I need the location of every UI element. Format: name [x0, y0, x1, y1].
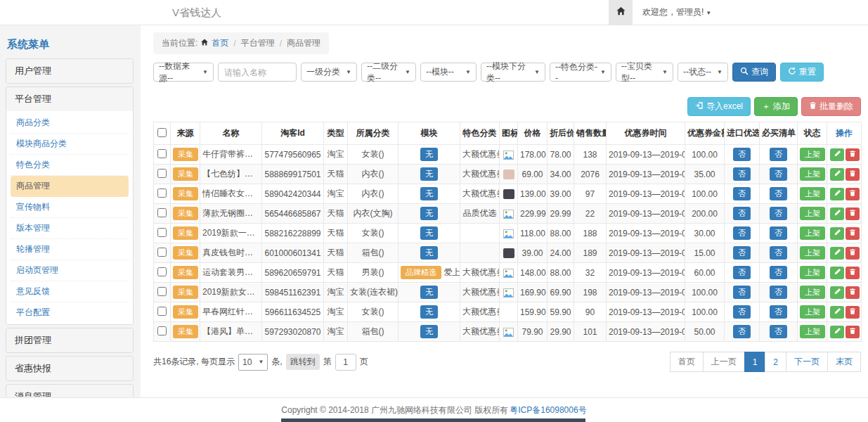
sidebar-item-module-goods-category[interactable]: 模块商品分类: [11, 134, 129, 155]
import-select-toggle[interactable]: 否: [733, 226, 751, 240]
sidebar-group-header-user[interactable]: 用户管理: [6, 59, 133, 83]
sidebar-group-header-platform[interactable]: 平台管理: [6, 87, 133, 111]
reset-button[interactable]: 重置: [780, 63, 824, 82]
edit-button[interactable]: [830, 267, 844, 279]
page-next[interactable]: 下一页: [786, 352, 828, 372]
level2-category-select[interactable]: --二级分类--▼: [361, 63, 416, 82]
status-button[interactable]: 上架: [800, 325, 825, 338]
row-checkbox[interactable]: [157, 287, 167, 296]
sidebar-group-header-group-buy[interactable]: 拼团管理: [6, 328, 133, 352]
feature-category-select[interactable]: --特色分类--▼: [550, 63, 611, 82]
status-select[interactable]: --状态--▼: [678, 63, 728, 82]
must-buy-toggle[interactable]: 否: [770, 325, 787, 338]
must-buy-toggle[interactable]: 否: [770, 286, 787, 299]
edit-button[interactable]: [830, 227, 844, 240]
must-buy-toggle[interactable]: 否: [770, 246, 787, 260]
add-button[interactable]: ＋ 添加: [754, 97, 798, 116]
delete-button[interactable]: [846, 188, 860, 200]
edit-button[interactable]: [830, 168, 844, 181]
status-button[interactable]: 上架: [800, 246, 825, 260]
import-select-toggle[interactable]: 否: [733, 266, 751, 279]
sidebar-item-goods-category[interactable]: 商品分类: [11, 113, 129, 134]
delete-button[interactable]: [846, 247, 860, 260]
import-select-toggle[interactable]: 否: [733, 148, 751, 161]
edit-button[interactable]: [830, 148, 844, 161]
sidebar-item-carousel[interactable]: 轮播管理: [11, 239, 129, 260]
data-source-select[interactable]: --数据来源--▼: [153, 63, 214, 82]
home-button[interactable]: [609, 0, 633, 25]
item-type-select[interactable]: --宝贝类型--▼: [616, 63, 673, 82]
delete-button[interactable]: [846, 148, 860, 161]
per-page-select[interactable]: 10 ▼: [238, 354, 268, 371]
module-select[interactable]: --模块--▼: [420, 63, 477, 82]
delete-button[interactable]: [846, 306, 860, 319]
status-button[interactable]: 上架: [800, 207, 825, 220]
name-input[interactable]: [218, 63, 297, 82]
edit-button[interactable]: [830, 326, 844, 338]
sidebar-item-feature-category[interactable]: 特色分类: [11, 155, 129, 176]
status-button[interactable]: 上架: [800, 148, 825, 161]
sidebar-group-header-message[interactable]: 消息管理: [6, 385, 133, 397]
must-buy-toggle[interactable]: 否: [770, 305, 787, 319]
sidebar-item-promo-material[interactable]: 宣传物料: [11, 197, 129, 218]
row-checkbox[interactable]: [157, 326, 167, 335]
batch-delete-button[interactable]: 批量删除: [801, 97, 861, 116]
delete-button[interactable]: [846, 168, 860, 181]
row-checkbox[interactable]: [157, 307, 167, 316]
status-button[interactable]: 上架: [800, 167, 825, 181]
search-button[interactable]: 查询: [732, 63, 776, 82]
must-buy-toggle[interactable]: 否: [770, 226, 787, 240]
page-last[interactable]: 末页: [827, 352, 861, 372]
import-select-toggle[interactable]: 否: [733, 325, 751, 338]
page-1[interactable]: 1: [744, 352, 766, 372]
import-select-toggle[interactable]: 否: [733, 167, 751, 181]
row-checkbox[interactable]: [157, 248, 167, 257]
status-button[interactable]: 上架: [800, 187, 825, 200]
edit-button[interactable]: [830, 306, 844, 319]
row-checkbox[interactable]: [157, 267, 167, 276]
sidebar-item-platform-config[interactable]: 平台配置: [11, 302, 129, 323]
status-button[interactable]: 上架: [800, 266, 825, 279]
page-prev[interactable]: 上一页: [703, 352, 745, 372]
level1-category-select[interactable]: 一级分类▼: [301, 63, 357, 82]
must-buy-toggle[interactable]: 否: [770, 187, 787, 200]
delete-button[interactable]: [846, 326, 860, 338]
row-checkbox[interactable]: [157, 149, 167, 158]
import-select-toggle[interactable]: 否: [733, 187, 751, 200]
import-select-toggle[interactable]: 否: [733, 246, 751, 260]
module-sub-select[interactable]: --模块下分类--▼: [481, 63, 545, 82]
status-button[interactable]: 上架: [800, 305, 825, 319]
breadcrumb-home-link[interactable]: 首页: [212, 37, 228, 49]
must-buy-toggle[interactable]: 否: [770, 207, 787, 220]
must-buy-toggle[interactable]: 否: [770, 266, 787, 279]
jump-button[interactable]: 跳转到: [286, 354, 320, 370]
delete-button[interactable]: [846, 267, 860, 279]
edit-button[interactable]: [830, 188, 844, 200]
sidebar-item-version[interactable]: 版本管理: [11, 218, 129, 239]
user-menu[interactable]: 欢迎您，管理员!▼: [633, 6, 721, 18]
edit-button[interactable]: [830, 207, 844, 220]
sidebar-item-goods-management[interactable]: 商品管理: [11, 176, 129, 197]
jump-page-input[interactable]: [335, 354, 356, 371]
row-checkbox[interactable]: [157, 188, 167, 198]
import-select-toggle[interactable]: 否: [733, 207, 751, 220]
select-all-checkbox[interactable]: [157, 128, 167, 137]
edit-button[interactable]: [830, 247, 844, 260]
delete-button[interactable]: [846, 207, 860, 220]
edit-button[interactable]: [830, 286, 844, 299]
delete-button[interactable]: [846, 227, 860, 240]
row-checkbox[interactable]: [157, 169, 167, 178]
must-buy-toggle[interactable]: 否: [770, 167, 787, 181]
row-checkbox[interactable]: [157, 228, 167, 237]
page-first[interactable]: 首页: [670, 352, 704, 372]
import-excel-button[interactable]: 导入excel: [687, 97, 751, 116]
import-select-toggle[interactable]: 否: [733, 305, 751, 319]
sidebar-item-feedback[interactable]: 意见反馈: [11, 281, 129, 302]
must-buy-toggle[interactable]: 否: [770, 148, 787, 161]
delete-button[interactable]: [846, 286, 860, 299]
sidebar-item-splash-page[interactable]: 启动页管理: [11, 260, 129, 281]
page-2[interactable]: 2: [765, 352, 786, 372]
status-button[interactable]: 上架: [800, 226, 825, 240]
row-checkbox[interactable]: [157, 208, 167, 217]
import-select-toggle[interactable]: 否: [733, 286, 751, 299]
